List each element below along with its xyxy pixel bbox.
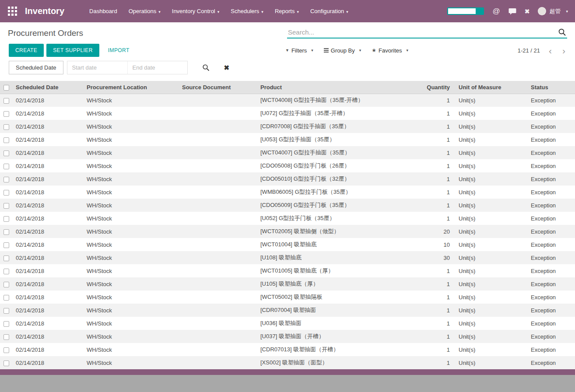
table-body: 02/14/2018 WH/Stock [WCT04008] G型拉手抽面（35… — [0, 94, 575, 369]
table-row[interactable]: 02/14/2018 WH/Stock [CDR07013] 吸塑抽面（开槽） … — [0, 343, 575, 356]
menu-item-inventory-control[interactable]: Inventory Control▾ — [166, 4, 225, 18]
cell-checkbox — [0, 212, 12, 225]
search-input[interactable] — [287, 28, 557, 36]
row-checkbox[interactable] — [4, 111, 9, 117]
row-checkbox[interactable] — [4, 98, 9, 104]
row-checkbox[interactable] — [4, 282, 9, 287]
cell-quantity: 1 — [420, 186, 455, 199]
cell-source-document — [179, 290, 257, 304]
cell-checkbox — [0, 120, 12, 133]
cell-quantity: 1 — [420, 356, 455, 369]
group-by-dropdown[interactable]: Group By ▾ — [324, 47, 361, 54]
row-checkbox[interactable] — [4, 203, 9, 209]
table-row[interactable]: 02/14/2018 WH/Stock [U072] G型拉手抽面（35厘-开槽… — [0, 107, 575, 120]
column-header-status[interactable]: Status — [527, 81, 575, 94]
row-checkbox[interactable] — [4, 308, 9, 314]
column-header-quantity[interactable]: Quantity — [420, 81, 455, 94]
menu-item-dashboard[interactable]: Dashboard — [84, 4, 123, 18]
cell-status: Exception — [527, 264, 575, 277]
import-link[interactable]: IMPORT — [108, 47, 130, 53]
table-row[interactable]: 02/14/2018 WH/Stock [U052] G型拉手门板（35厘） 1… — [0, 212, 575, 225]
row-checkbox[interactable] — [4, 334, 9, 340]
end-date-input[interactable] — [127, 61, 187, 74]
table-row[interactable]: 02/14/2018 WH/Stock [CDO05009] G型拉手门板（35… — [0, 199, 575, 212]
menu-item-reports[interactable]: Reports▾ — [269, 4, 305, 18]
row-checkbox[interactable] — [4, 190, 9, 196]
user-menu[interactable]: 超管 ▾ — [538, 7, 568, 15]
table-row[interactable]: 02/14/2018 WH/Stock [U105] 吸塑抽底（厚） 1 Uni… — [0, 277, 575, 290]
table-row[interactable]: 02/14/2018 WH/Stock [U036] 吸塑抽面 1 Unit(s… — [0, 317, 575, 330]
table-row[interactable]: 02/14/2018 WH/Stock [WCT04007] G型拉手抽面（35… — [0, 146, 575, 159]
table-row[interactable]: 02/14/2018 WH/Stock [WCT04008] G型拉手抽面（35… — [0, 94, 575, 107]
scheduled-date-filter-button[interactable]: Scheduled Date — [9, 61, 63, 74]
progress-indicator[interactable] — [447, 7, 484, 15]
apps-menu-icon[interactable] — [8, 7, 17, 16]
row-checkbox[interactable] — [4, 177, 9, 182]
table-row[interactable]: 02/14/2018 WH/Stock [WCT01005] 吸塑抽底（厚） 1… — [0, 264, 575, 277]
cell-product: [CDR07004] 吸塑抽面 — [257, 304, 420, 317]
column-header-source-document[interactable]: Source Document — [179, 81, 257, 94]
row-checkbox[interactable] — [4, 269, 9, 274]
table-row[interactable]: 02/14/2018 WH/Stock [CDO05010] G型拉手门板（32… — [0, 172, 575, 186]
table-row[interactable]: 02/14/2018 WH/Stock [WMB06005] G型拉手门板（35… — [0, 186, 575, 199]
cell-quantity: 20 — [420, 225, 455, 238]
create-button[interactable]: CREATE — [9, 44, 44, 57]
messages-icon[interactable] — [508, 8, 516, 15]
table-row[interactable]: 02/14/2018 WH/Stock [WCT05002] 吸塑抽隔板 1 U… — [0, 290, 575, 304]
clear-filter-icon[interactable]: ✖ — [224, 64, 230, 72]
set-supplier-button[interactable]: SET SUPPLIER — [46, 44, 99, 57]
cell-unit-of-measure: Unit(s) — [455, 225, 527, 238]
mention-icon[interactable]: @ — [492, 7, 500, 16]
menu-item-configuration[interactable]: Configuration▾ — [305, 4, 354, 18]
menu-item-schedulers[interactable]: Schedulers▾ — [225, 4, 269, 18]
search-icon[interactable] — [557, 28, 567, 36]
row-checkbox[interactable] — [4, 256, 9, 261]
row-checkbox[interactable] — [4, 321, 9, 327]
row-checkbox[interactable] — [4, 295, 9, 301]
row-checkbox[interactable] — [4, 124, 9, 130]
cell-status: Exception — [527, 186, 575, 199]
cell-scheduled-date: 02/14/2018 — [12, 107, 83, 120]
table-row[interactable]: 02/14/2018 WH/Stock [CDO05008] G型拉手门板（26… — [0, 159, 575, 172]
cell-procurement-location: WH/Stock — [83, 290, 179, 304]
row-checkbox[interactable] — [4, 347, 9, 353]
start-date-input[interactable] — [67, 61, 127, 74]
menu-item-operations[interactable]: Operations▾ — [123, 4, 166, 18]
row-checkbox[interactable] — [4, 216, 9, 222]
row-checkbox[interactable] — [4, 164, 9, 169]
chevron-down-icon: ▾ — [566, 9, 568, 14]
table-row[interactable]: 02/14/2018 WH/Stock [XS002] 吸塑抽面（面型） 1 U… — [0, 356, 575, 369]
filters-dropdown[interactable]: ▼ Filters ▾ — [285, 47, 313, 54]
column-header-product[interactable]: Product — [257, 81, 420, 94]
cell-scheduled-date: 02/14/2018 — [12, 199, 83, 212]
column-header-scheduled-date[interactable]: Scheduled Date — [12, 81, 83, 94]
cell-procurement-location: WH/Stock — [83, 120, 179, 133]
column-header-unit-of-measure[interactable]: Unit of Measure — [455, 81, 527, 94]
select-all-checkbox[interactable] — [4, 85, 9, 91]
table-row[interactable]: 02/14/2018 WH/Stock [U037] 吸塑抽面（开槽） 1 Un… — [0, 330, 575, 343]
search-bar — [287, 28, 567, 38]
favorites-dropdown[interactable]: ★ Favorites ▾ — [372, 47, 408, 54]
row-checkbox[interactable] — [4, 150, 9, 156]
cell-status: Exception — [527, 251, 575, 264]
row-checkbox[interactable] — [4, 242, 9, 248]
row-checkbox[interactable] — [4, 360, 9, 366]
table-row[interactable]: 02/14/2018 WH/Stock [U108] 吸塑抽底 30 Unit(… — [0, 251, 575, 264]
pager-previous-button[interactable]: ‹ — [547, 46, 554, 55]
cell-source-document — [179, 251, 257, 264]
pager-next-button[interactable]: › — [561, 46, 567, 55]
table-row[interactable]: 02/14/2018 WH/Stock [CDR07004] 吸塑抽面 1 Un… — [0, 304, 575, 317]
apply-filter-search-icon[interactable] — [202, 64, 210, 71]
table-row[interactable]: 02/14/2018 WH/Stock [U053] G型拉手抽面（35厘） 1… — [0, 133, 575, 146]
cell-status: Exception — [527, 277, 575, 290]
table-row[interactable]: 02/14/2018 WH/Stock [WCT01004] 吸塑抽底 10 U… — [0, 238, 575, 251]
cell-source-document — [179, 356, 257, 369]
table-row[interactable]: 02/14/2018 WH/Stock [CDR07008] G型拉手抽面（35… — [0, 120, 575, 133]
row-checkbox[interactable] — [4, 229, 9, 235]
column-header-procurement-location[interactable]: Procurement Location — [83, 81, 179, 94]
table-row[interactable]: 02/14/2018 WH/Stock [WCT02005] 吸塑抽侧（做型） … — [0, 225, 575, 238]
close-announcement-icon[interactable]: ✖ — [525, 8, 530, 15]
cell-checkbox — [0, 343, 12, 356]
row-checkbox[interactable] — [4, 137, 9, 143]
cell-quantity: 1 — [420, 290, 455, 304]
